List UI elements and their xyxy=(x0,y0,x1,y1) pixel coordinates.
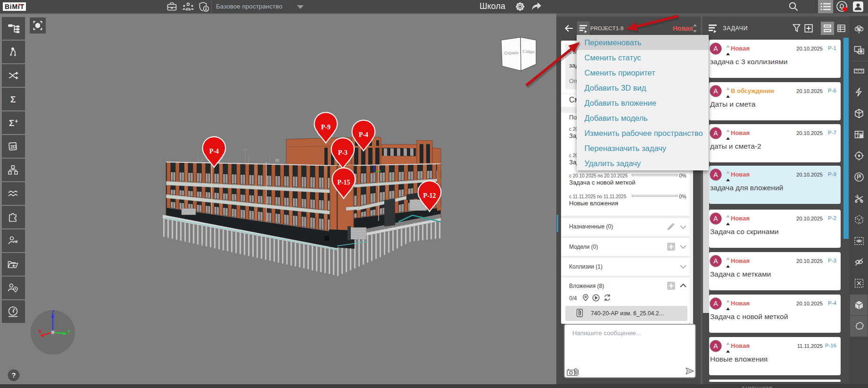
svg-text:Справа: Справа xyxy=(504,50,519,56)
svg-text:2D: 2D xyxy=(10,144,17,150)
svg-text:Р-9: Р-9 xyxy=(321,124,331,131)
svg-text:Р-4: Р-4 xyxy=(209,148,219,155)
svg-text:Р-15: Р-15 xyxy=(337,179,350,186)
svg-text:Y: Y xyxy=(67,329,71,335)
svg-text:Σ: Σ xyxy=(9,118,14,128)
svg-text:BiMiT: BiMiT xyxy=(5,3,24,10)
svg-text:?: ? xyxy=(11,371,16,379)
svg-text:Р-3: Р-3 xyxy=(338,149,347,156)
svg-text:Z: Z xyxy=(51,310,55,315)
svg-text:+: + xyxy=(15,118,18,125)
svg-text:X: X xyxy=(38,329,42,334)
svg-text:Σ: Σ xyxy=(10,94,16,104)
svg-text:Р-12: Р-12 xyxy=(423,192,436,199)
svg-text:Сзади: Сзади xyxy=(522,49,535,54)
svg-text:Р-4: Р-4 xyxy=(359,131,368,138)
